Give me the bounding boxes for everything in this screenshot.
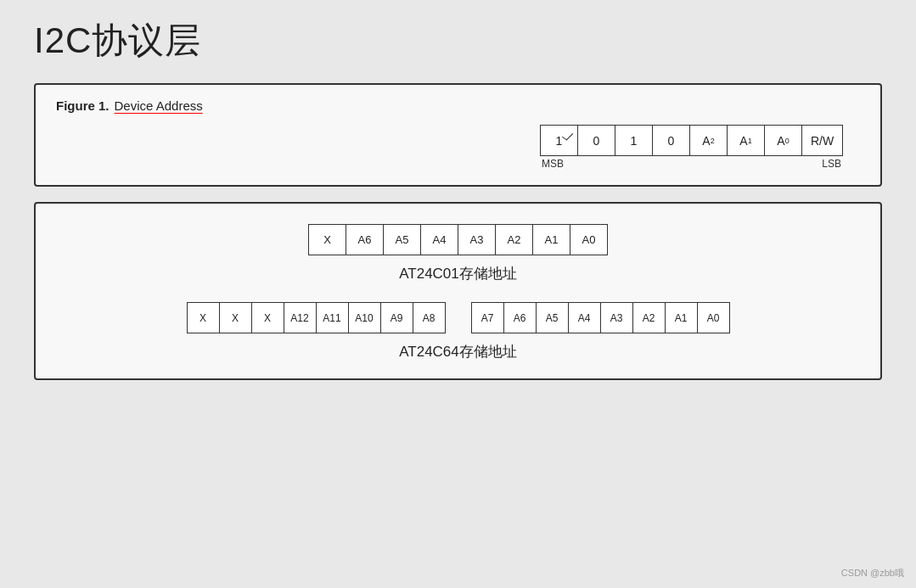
lsb-label: LSB (822, 158, 841, 170)
msb-label: MSB (542, 158, 564, 170)
addr-table-2b: A7 A6 A5 A4 A3 A2 A1 A0 (471, 302, 730, 333)
bit-cell-2: 1 (615, 126, 653, 156)
addr-cell2-a8: A8 (413, 303, 446, 333)
addr-cell2-a7: A7 (472, 303, 504, 333)
addr-cell2-a1: A1 (666, 303, 698, 333)
watermark: CSDN @zbb哦 (841, 567, 904, 580)
addr-cell2-a0: A0 (698, 303, 730, 333)
addr-cell-a3: A3 (458, 225, 496, 255)
addr-cell-a2: A2 (496, 225, 533, 255)
page: I2C协议层 Figure 1. Device Address 1 0 1 0 … (0, 0, 916, 588)
addr-cell2-a2: A2 (633, 303, 666, 333)
address-row-1: X A6 A5 A4 A3 A2 A1 A0 (56, 224, 860, 255)
addr-cell-x: X (309, 225, 346, 255)
msb-lsb-row: MSB LSB (540, 156, 843, 170)
bit-cell-6: A0 (765, 126, 802, 156)
addr-cell2-a4: A4 (569, 303, 601, 333)
figure1-title: Device Address (115, 98, 203, 113)
addr-cell-a4: A4 (421, 225, 458, 255)
bit-table: 1 0 1 0 A2 A1 A0 R/W (540, 125, 843, 156)
addr-cell2-x3: X (252, 303, 284, 333)
addr-cell-a5: A5 (384, 225, 421, 255)
device-address-row: 1 0 1 0 A2 A1 A0 R/W MSB LSB (56, 125, 860, 170)
addr-cell2-a6: A6 (504, 303, 537, 333)
addr-label-2: AT24C64存储地址 (56, 342, 860, 361)
addr-label-1: AT24C01存储地址 (56, 264, 860, 283)
bit-cell-4: A2 (690, 126, 728, 156)
addr-cell2-x2: X (220, 303, 252, 333)
addr-table-1: X A6 A5 A4 A3 A2 A1 A0 (308, 224, 608, 255)
addr-cell2-a12: A12 (284, 303, 317, 333)
addr-cell-a1: A1 (533, 225, 570, 255)
bit-table-wrapper: 1 0 1 0 A2 A1 A0 R/W MSB LSB (540, 125, 843, 170)
addr-cell2-a5: A5 (537, 303, 569, 333)
figure1-label: Figure 1. (56, 98, 110, 113)
bit-cell-3: 0 (653, 126, 690, 156)
addr-cell2-x1: X (188, 303, 220, 333)
address-box: X A6 A5 A4 A3 A2 A1 A0 AT24C01存储地址 X X X… (34, 202, 882, 380)
bottom-section: X X X A12 A11 A10 A9 A8 A7 A6 A5 A4 A3 A… (56, 302, 860, 333)
addr-cell2-a3: A3 (601, 303, 633, 333)
addr-cell2-a10: A10 (349, 303, 381, 333)
bit-cell-7: R/W (802, 126, 843, 156)
figure1-caption: Figure 1. Device Address (56, 98, 860, 113)
page-title: I2C协议层 (34, 17, 882, 64)
addr-cell2-a9: A9 (381, 303, 413, 333)
figure1-box: Figure 1. Device Address 1 0 1 0 A2 A1 A… (34, 83, 882, 187)
bit-cell-1: 0 (578, 126, 615, 156)
addr-cell-a0: A0 (570, 225, 608, 255)
addr-table-2a: X X X A12 A11 A10 A9 A8 (187, 302, 446, 333)
addr-cell2-a11: A11 (317, 303, 349, 333)
bit-cell-5: A1 (728, 126, 765, 156)
addr-cell-a6: A6 (346, 225, 384, 255)
bit-cell-0: 1 (541, 126, 578, 156)
